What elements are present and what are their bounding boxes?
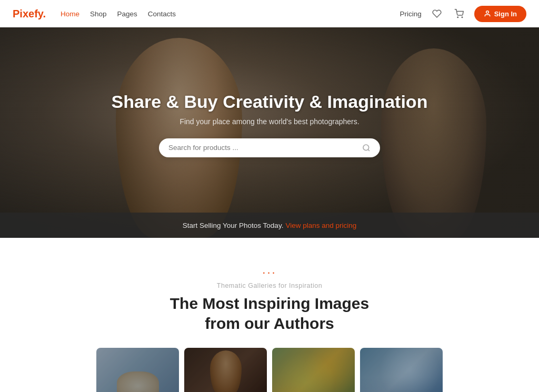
gallery-nature-overlay: [272, 348, 355, 392]
gallery-family-overlay: [96, 348, 179, 392]
gallery-fashion-overlay: [184, 348, 267, 392]
pricing-link[interactable]: Pricing: [400, 10, 421, 18]
nav-links: Home Shop Pages Contacts: [61, 9, 176, 18]
hero-bottom-bar: Start Selling Your Photos Today. View pl…: [0, 213, 539, 238]
nav-item-home[interactable]: Home: [61, 9, 79, 18]
gallery-card-travel[interactable]: Travel: [360, 348, 443, 392]
section-title-line1: The Most Inspiring Images: [170, 295, 369, 312]
wishlist-button[interactable]: [430, 7, 444, 21]
signin-label: Sign In: [494, 10, 517, 18]
hero-content: Share & Buy Creativity & Imagination Fin…: [0, 27, 539, 210]
user-icon: [484, 10, 491, 17]
search-button[interactable]: [362, 144, 371, 152]
section-dots: ...: [13, 263, 526, 277]
galleries-section: ... Thematic Galleries for Inspiration T…: [0, 238, 539, 392]
section-label: Thematic Galleries for Inspiration: [13, 282, 526, 289]
svg-point-2: [486, 11, 488, 14]
search-icon: [362, 144, 371, 152]
nav-link-shop[interactable]: Shop: [90, 10, 107, 18]
gallery-travel-overlay: [360, 348, 443, 392]
gallery-card-fashion[interactable]: Fashion: [184, 348, 267, 392]
svg-point-0: [457, 17, 458, 18]
hero-subtitle: Find your place among the world's best p…: [179, 117, 359, 126]
navbar-left: Pixefy. Home Shop Pages Contacts: [13, 8, 176, 20]
nav-link-home[interactable]: Home: [61, 10, 79, 18]
nav-item-pages[interactable]: Pages: [117, 9, 137, 18]
hero-search-bar[interactable]: [159, 138, 380, 157]
bottom-link[interactable]: View plans and pricing: [285, 222, 356, 229]
nav-item-shop[interactable]: Shop: [90, 9, 107, 18]
section-title: The Most Inspiring Images from our Autho…: [13, 294, 526, 333]
logo[interactable]: Pixefy.: [13, 8, 46, 20]
section-title-line2: from our Authors: [205, 315, 334, 332]
svg-line-4: [368, 149, 370, 151]
hero-title: Share & Buy Creativity & Imagination: [112, 92, 428, 112]
cart-icon: [454, 9, 464, 18]
nav-link-contacts[interactable]: Contacts: [148, 10, 176, 18]
logo-text: Pixefy: [13, 8, 43, 19]
nav-link-pages[interactable]: Pages: [117, 10, 137, 18]
signin-button[interactable]: Sign In: [474, 6, 526, 22]
hero-section: Share & Buy Creativity & Imagination Fin…: [0, 27, 539, 238]
gallery-grid: Family Fashion Nature Travel: [13, 348, 526, 392]
navbar-right: Pricing Sign In: [400, 6, 526, 22]
svg-point-1: [462, 17, 463, 18]
bottom-text: Start Selling Your Photos Today.: [183, 222, 284, 229]
svg-point-3: [363, 145, 369, 150]
navbar: Pixefy. Home Shop Pages Contacts Pricing: [0, 0, 539, 27]
gallery-card-nature[interactable]: Nature: [272, 348, 355, 392]
logo-dot: .: [43, 8, 46, 19]
gallery-card-family[interactable]: Family: [96, 348, 179, 392]
search-input[interactable]: [168, 144, 362, 152]
heart-icon: [432, 9, 442, 18]
nav-item-contacts[interactable]: Contacts: [148, 9, 176, 18]
cart-button[interactable]: [452, 7, 466, 21]
